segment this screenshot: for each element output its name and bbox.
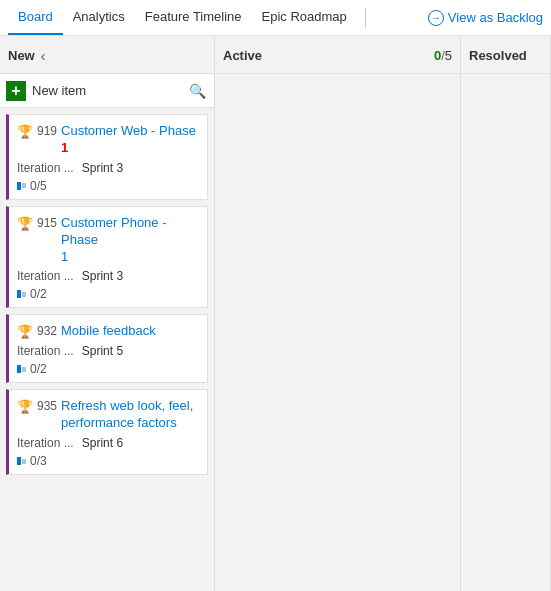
column-new-collapse-button[interactable]: ‹ xyxy=(39,48,48,64)
card-919-meta: Iteration ... Sprint 3 xyxy=(17,161,199,175)
card-935-title-row: 🏆 935 Refresh web look, feel,performance… xyxy=(17,398,199,432)
tab-epic-roadmap[interactable]: Epic Roadmap xyxy=(252,0,357,35)
card-919[interactable]: 🏆 919 Customer Web - Phase 1 Iteration .… xyxy=(6,114,208,200)
tab-analytics[interactable]: Analytics xyxy=(63,0,135,35)
card-932-title: Mobile feedback xyxy=(61,323,156,340)
column-resolved-header: Resolved xyxy=(461,36,550,74)
card-919-task-count: 0/5 xyxy=(30,179,47,193)
card-935-meta: Iteration ... Sprint 6 xyxy=(17,436,199,450)
card-932-meta: Iteration ... Sprint 5 xyxy=(17,344,199,358)
trophy-icon-932: 🏆 xyxy=(17,324,33,339)
trophy-icon-915: 🏆 xyxy=(17,216,33,231)
task-progress-icon-915 xyxy=(17,290,26,298)
card-915-footer: 0/2 xyxy=(17,287,199,301)
column-new-header: New ‹ xyxy=(0,36,214,74)
add-item-button[interactable]: + xyxy=(6,81,26,101)
card-915-iteration: Iteration ... xyxy=(17,269,74,283)
task-progress-icon-935 xyxy=(17,457,26,465)
card-919-title: Customer Web - Phase 1 xyxy=(61,123,199,157)
search-button[interactable]: 🔍 xyxy=(187,83,208,99)
card-915-title-row: 🏆 915 Customer Phone - Phase1 xyxy=(17,215,199,266)
card-919-title-row: 🏆 919 Customer Web - Phase 1 xyxy=(17,123,199,157)
card-932-footer: 0/2 xyxy=(17,362,199,376)
card-915-task-count: 0/2 xyxy=(30,287,47,301)
card-935-id: 935 xyxy=(37,399,57,413)
column-resolved-title: Resolved xyxy=(469,48,527,63)
card-915-meta: Iteration ... Sprint 3 xyxy=(17,269,199,283)
card-919-phase: 1 xyxy=(61,140,68,155)
column-active: Active 0/5 xyxy=(215,36,461,591)
card-932[interactable]: 🏆 932 Mobile feedback Iteration ... Spri… xyxy=(6,314,208,383)
card-932-title-row: 🏆 932 Mobile feedback xyxy=(17,323,199,340)
card-935-iteration: Iteration ... xyxy=(17,436,74,450)
card-935-task-count: 0/3 xyxy=(30,454,47,468)
tab-feature-timeline[interactable]: Feature Timeline xyxy=(135,0,252,35)
new-item-bar: + New item 🔍 xyxy=(0,74,214,108)
column-active-count-total: 5 xyxy=(445,48,452,63)
column-active-header: Active 0/5 xyxy=(215,36,460,74)
column-new-title: New xyxy=(8,48,35,63)
card-935-sprint: Sprint 6 xyxy=(82,436,123,450)
card-919-sprint: Sprint 3 xyxy=(82,161,123,175)
column-new: New ‹ + New item 🔍 🏆 919 Customer Web - … xyxy=(0,36,215,591)
top-nav: Board Analytics Feature Timeline Epic Ro… xyxy=(0,0,551,36)
card-935-footer: 0/3 xyxy=(17,454,199,468)
view-as-backlog-label: View as Backlog xyxy=(448,10,543,25)
card-919-iteration: Iteration ... xyxy=(17,161,74,175)
nav-divider xyxy=(365,8,366,28)
card-919-id: 919 xyxy=(37,124,57,138)
card-932-sprint: Sprint 5 xyxy=(82,344,123,358)
card-932-id: 932 xyxy=(37,324,57,338)
card-932-iteration: Iteration ... xyxy=(17,344,74,358)
card-915-sprint: Sprint 3 xyxy=(82,269,123,283)
new-cards-area: 🏆 919 Customer Web - Phase 1 Iteration .… xyxy=(0,108,214,591)
view-as-backlog-icon: → xyxy=(428,10,444,26)
tab-board[interactable]: Board xyxy=(8,0,63,35)
column-active-count: 0/5 xyxy=(434,48,452,63)
card-915-id: 915 xyxy=(37,216,57,230)
column-resolved: Resolved xyxy=(461,36,551,591)
card-932-task-count: 0/2 xyxy=(30,362,47,376)
active-cards-area xyxy=(215,74,460,591)
trophy-icon-919: 🏆 xyxy=(17,124,33,139)
card-915[interactable]: 🏆 915 Customer Phone - Phase1 Iteration … xyxy=(6,206,208,309)
new-item-label: New item xyxy=(32,83,187,98)
view-as-backlog-link[interactable]: → View as Backlog xyxy=(428,10,543,26)
card-915-title: Customer Phone - Phase1 xyxy=(61,215,199,266)
board-area: New ‹ + New item 🔍 🏆 919 Customer Web - … xyxy=(0,36,551,591)
task-progress-icon-919 xyxy=(17,182,26,190)
task-progress-icon-932 xyxy=(17,365,26,373)
card-919-footer: 0/5 xyxy=(17,179,199,193)
card-935[interactable]: 🏆 935 Refresh web look, feel,performance… xyxy=(6,389,208,475)
card-935-title: Refresh web look, feel,performance facto… xyxy=(61,398,193,432)
column-active-title: Active xyxy=(223,48,262,63)
trophy-icon-935: 🏆 xyxy=(17,399,33,414)
resolved-cards-area xyxy=(461,74,550,591)
